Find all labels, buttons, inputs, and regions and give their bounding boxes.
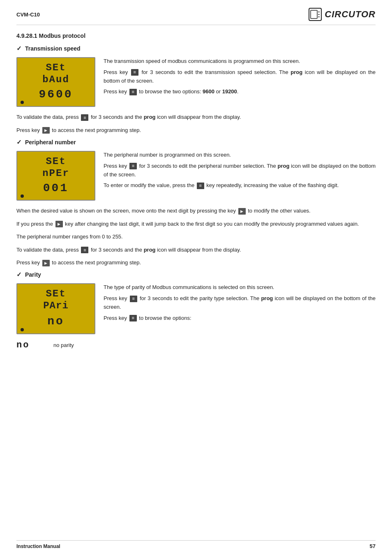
parity-desc-p3: Press key to browse the options: (104, 314, 376, 323)
parity-label-no: no parity (53, 342, 74, 348)
header-title: CVM-C10 (16, 12, 40, 18)
transmission-desc-p2: Press key for 3 seconds to edit the tran… (104, 68, 376, 86)
parity-desc-p1: The type of parity of Modbus communicati… (104, 283, 376, 292)
parity-options: no no parity (16, 340, 376, 350)
transmission-display-dot (21, 101, 24, 104)
checkmark-transmission: ✓ (16, 45, 22, 52)
section-main-title: 4.9.28.1 Modbus protocol (16, 32, 376, 39)
key-icon-7 (130, 296, 137, 302)
validate-para-2: To validate the data, press for 3 second… (16, 245, 376, 254)
parity-desc-block: The type of parity of Modbus communicati… (104, 283, 376, 325)
when-desired-para: When the desired value is shown on the s… (16, 206, 376, 215)
peripheral-desc-p1: The peripheral number is programmed on t… (104, 151, 376, 160)
logo-text: CIRCUTOR (325, 9, 376, 20)
arrow-icon-2 (238, 208, 246, 215)
transmission-desc-block: The transmission speed of modbus communi… (104, 57, 376, 99)
peripheral-desc-p3: To enter or modify the value, press the … (104, 181, 376, 190)
transmission-desc-p1: The transmission speed of modbus communi… (104, 57, 376, 66)
if-press-para: If you press the key after changing the … (16, 220, 376, 228)
subsection-title-transmission: ✓ Transmission speed (16, 45, 376, 52)
peripheral-desc-p2: Press key for 3 seconds to edit the peri… (104, 162, 376, 179)
peripheral-desc-block: The peripheral number is programmed on t… (104, 151, 376, 192)
peripheral-display-box: SEt nPEr 001 (16, 151, 95, 201)
checkmark-parity: ✓ (16, 271, 22, 278)
key-icon-4 (129, 163, 137, 169)
arrow-icon-3 (55, 221, 63, 227)
parity-content: SEt PAri no The type of parity of Modbus… (16, 283, 376, 334)
peripheral-display-dot (21, 194, 24, 198)
key-icon-3 (81, 114, 88, 121)
footer-left: Instruction Manual (16, 543, 60, 549)
subsection-title-parity: ✓ Parity (16, 271, 376, 278)
transmission-speed-content: SEt bAud 9600 The transmission speed of … (16, 57, 376, 107)
logo: CIRCUTOR (308, 7, 376, 21)
transmission-desc-p3: Press key to browse the two options: 960… (104, 88, 376, 96)
parity-display-line1: SEt (21, 288, 90, 300)
arrow-icon-1 (42, 127, 50, 134)
content-area: 4.9.28.1 Modbus protocol ✓ Transmission … (16, 32, 376, 371)
press-next-para-1: Press key to access the next programming… (16, 126, 376, 134)
transmission-display-line3: 9600 (21, 88, 90, 102)
parity-symbol-no: no (16, 340, 41, 350)
parity-display-line2: PAri (21, 300, 90, 312)
footer-page-number: 57 (370, 543, 376, 549)
footer: Instruction Manual 57 (16, 540, 376, 549)
page: CVM-C10 CIRCUTOR 4.9.28.1 Modbus protoco… (0, 0, 392, 555)
transmission-speed-title: Transmission speed (25, 45, 81, 52)
peripheral-display-line2: nPEr (21, 168, 90, 180)
key-icon-2 (129, 89, 137, 95)
svg-rect-1 (311, 10, 317, 18)
key-icon-8 (129, 315, 137, 321)
ranges-para: The peripheral number ranges from 0 to 2… (16, 232, 376, 241)
key-icon-5 (197, 183, 204, 189)
parity-display-dot (21, 328, 24, 331)
parity-display-box: SEt PAri no (16, 283, 95, 334)
logo-icon (308, 7, 322, 21)
transmission-display-box: SEt bAud 9600 (16, 57, 95, 107)
parity-display-line3: no (21, 314, 90, 328)
validate-para-1: To validate the data, press for 3 second… (16, 113, 376, 121)
parity-title: Parity (25, 271, 41, 278)
key-icon-1 (131, 69, 138, 76)
press-next-para-2: Press key to access the next programming… (16, 258, 376, 267)
peripheral-display-line3: 001 (21, 181, 90, 195)
transmission-display-line2: bAud (21, 74, 90, 86)
header: CVM-C10 CIRCUTOR (16, 7, 376, 25)
parity-desc-p2: Press key for 3 seconds to edit the pari… (104, 294, 376, 312)
subsection-title-peripheral: ✓ Peripheral number (16, 139, 376, 146)
transmission-display-line1: SEt (21, 62, 90, 74)
peripheral-number-title: Peripheral number (25, 139, 76, 146)
key-icon-6 (81, 247, 88, 253)
peripheral-content: SEt nPEr 001 The peripheral number is pr… (16, 151, 376, 201)
checkmark-peripheral: ✓ (16, 139, 22, 146)
arrow-icon-4 (42, 260, 50, 266)
peripheral-display-line1: SEt (21, 156, 90, 168)
